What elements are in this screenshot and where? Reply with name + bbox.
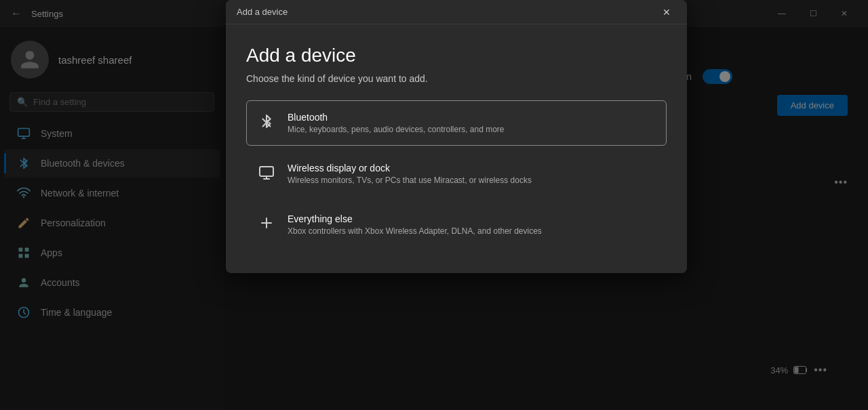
dialog-body: Add a device Choose the kind of device y… (226, 24, 687, 273)
dialog-title-bar: Add a device ✕ (226, 0, 687, 24)
wireless-option-desc: Wireless monitors, TVs, or PCs that use … (288, 176, 532, 185)
everything-option-title: Everything else (288, 213, 542, 224)
bluetooth-option-title: Bluetooth (288, 112, 505, 123)
device-option-everything[interactable]: Everything else Xbox controllers with Xb… (246, 202, 667, 247)
svg-rect-9 (260, 167, 273, 176)
everything-option-desc: Xbox controllers with Xbox Wireless Adap… (288, 226, 542, 236)
everything-option-icon (256, 215, 277, 231)
modal-overlay: Add a device ✕ Add a device Choose the k… (0, 0, 868, 410)
bluetooth-option-desc: Mice, keyboards, pens, audio devices, co… (288, 125, 505, 134)
bluetooth-option-icon (256, 113, 277, 129)
dialog-heading: Add a device (246, 45, 667, 66)
dialog-subtitle: Choose the kind of device you want to ad… (246, 73, 667, 84)
add-device-dialog: Add a device ✕ Add a device Choose the k… (226, 0, 687, 273)
wireless-option-icon (256, 164, 277, 180)
dialog-title: Add a device (237, 7, 657, 17)
dialog-close-button[interactable]: ✕ (657, 3, 676, 22)
device-option-wireless[interactable]: Wireless display or dock Wireless monito… (246, 151, 667, 197)
device-option-bluetooth[interactable]: Bluetooth Mice, keyboards, pens, audio d… (246, 100, 667, 146)
wireless-option-title: Wireless display or dock (288, 163, 532, 173)
